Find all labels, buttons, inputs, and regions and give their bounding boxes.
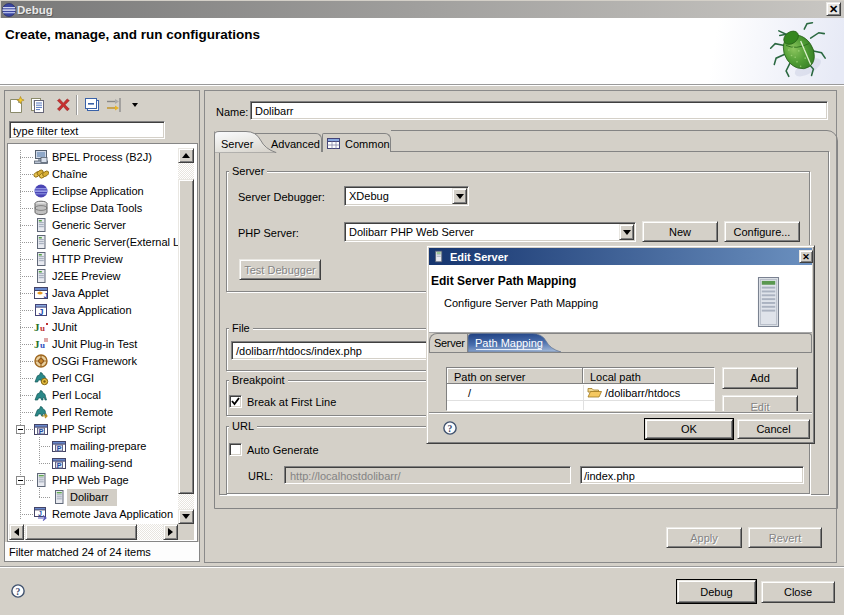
svg-text:?: ? — [16, 586, 21, 597]
svg-text:P: P — [57, 445, 62, 452]
svg-text:u: u — [40, 323, 45, 333]
svg-text:P: P — [57, 462, 62, 469]
svg-text:J: J — [44, 291, 48, 300]
svg-text:J: J — [38, 510, 42, 517]
svg-text:?: ? — [448, 423, 453, 434]
svg-text:P: P — [39, 428, 44, 435]
svg-text:J: J — [38, 307, 43, 317]
